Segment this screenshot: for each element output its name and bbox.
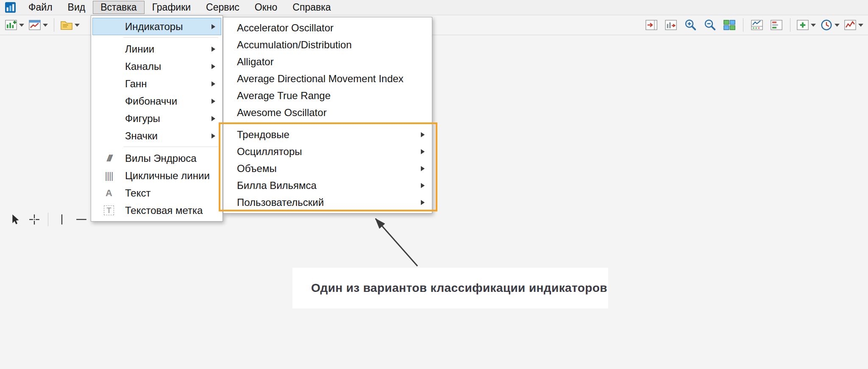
new-order-button[interactable] xyxy=(794,17,818,33)
new-chart-icon xyxy=(5,19,17,31)
submenu-arrow-icon xyxy=(211,24,215,29)
menu-item-label: Текстовая метка xyxy=(125,205,203,216)
insert-menu-item-gann[interactable]: Ганн xyxy=(92,75,221,92)
horizontal-line-icon xyxy=(75,213,88,226)
timeframes-button[interactable] xyxy=(818,17,842,33)
menu-item-label: Ганн xyxy=(125,78,147,90)
submenu-item-awesome-oscillator[interactable]: Awesome Oscillator xyxy=(225,104,431,121)
menu-item-label: Accumulation/Distribution xyxy=(237,39,352,51)
insert-menu-item-fibonacci[interactable]: Фибоначчи xyxy=(92,92,221,110)
insert-menu-item-text-label[interactable]: TТекстовая метка xyxy=(92,202,221,219)
insert-menu-item-text[interactable]: AТекст xyxy=(92,184,221,202)
text-icon: A xyxy=(99,188,119,199)
indicators-button[interactable] xyxy=(842,17,865,33)
app-logo-icon xyxy=(5,2,16,13)
menu-item-label: Линии xyxy=(125,43,154,55)
menu-item-label: Каналы xyxy=(125,61,161,72)
depth-of-market-button[interactable] xyxy=(767,17,786,33)
vertical-line-icon xyxy=(56,213,68,226)
menu-item-label: Фибоначчи xyxy=(125,95,177,107)
annotation-text: Один из вариантов классификации индикато… xyxy=(311,281,607,295)
strategy-tester-button[interactable] xyxy=(747,17,767,33)
menu-item-label: Текст xyxy=(125,187,150,199)
menu-separator xyxy=(123,147,218,147)
menu-item-label: Average Directional Movement Index xyxy=(237,73,403,85)
menu-item-label: Alligator xyxy=(237,56,274,68)
submenu-item-accumulation-distribution[interactable]: Accumulation/Distribution xyxy=(225,36,431,53)
menu-item-label: Индикаторы xyxy=(125,21,183,33)
templates-button[interactable] xyxy=(58,17,82,33)
templates-icon xyxy=(60,19,73,31)
dropdown-caret-icon[interactable] xyxy=(858,24,863,27)
zoom-in-button[interactable] xyxy=(681,17,700,33)
menu-help[interactable]: Справка xyxy=(285,1,338,14)
submenu-item-accelerator-oscillator[interactable]: Accelerator Oscillator xyxy=(225,19,431,36)
menu-item-label: Average True Range xyxy=(237,90,331,102)
menu-item-label: Awesome Oscillator xyxy=(237,107,327,119)
menu-separator xyxy=(123,37,218,38)
toolbar-separator xyxy=(54,18,54,32)
cursor-icon xyxy=(8,213,21,226)
menu-file[interactable]: Файл xyxy=(21,1,60,14)
auto-scroll-icon xyxy=(665,19,677,31)
submenu-item-average-true-range[interactable]: Average True Range xyxy=(225,87,431,104)
menu-item-label: Цикличные линии xyxy=(125,170,210,182)
insert-menu-item-andrews-pitchfork[interactable]: ///Вилы Эндрюса xyxy=(92,150,221,167)
horizontal-line-button[interactable] xyxy=(72,211,91,228)
dropdown-caret-icon[interactable] xyxy=(43,24,48,27)
submenu-item-average-directional-movement-index[interactable]: Average Directional Movement Index xyxy=(225,70,431,87)
crosshair-icon xyxy=(28,213,41,226)
submenu-arrow-icon xyxy=(211,116,215,121)
submenu-arrow-icon xyxy=(211,81,215,86)
andrews-pitchfork-icon: /// xyxy=(99,153,119,164)
toolbar-right-group xyxy=(642,15,865,35)
depth-of-market-icon xyxy=(770,19,783,31)
insert-menu-item-shapes[interactable]: Фигуры xyxy=(92,110,221,127)
timeframes-icon xyxy=(820,19,833,31)
insert-menu-item-arrows[interactable]: Значки xyxy=(92,127,221,144)
tile-windows-button[interactable] xyxy=(720,17,739,33)
menu-item-label: Фигуры xyxy=(125,113,160,125)
submenu-arrow-icon xyxy=(211,133,215,139)
toolbar-separator xyxy=(48,213,48,226)
dropdown-caret-icon[interactable] xyxy=(835,24,840,27)
annotation-box: Один из вариантов классификации индикато… xyxy=(292,268,608,308)
menu-item-label: Значки xyxy=(125,130,158,142)
dropdown-caret-icon[interactable] xyxy=(19,24,24,27)
insert-menu-item-lines[interactable]: Линии xyxy=(92,40,221,58)
new-chart-button[interactable] xyxy=(3,17,26,33)
dropdown-caret-icon[interactable] xyxy=(75,24,80,27)
dropdown-caret-icon[interactable] xyxy=(811,24,816,27)
cycle-lines-icon: |||| xyxy=(99,170,119,181)
cursor-button[interactable] xyxy=(5,211,25,228)
insert-menu-item-channels[interactable]: Каналы xyxy=(92,58,221,75)
menu-charts[interactable]: Графики xyxy=(145,1,198,14)
chart-shift-icon xyxy=(645,19,658,31)
profiles-icon xyxy=(28,19,41,31)
profiles-button[interactable] xyxy=(26,17,50,33)
zoom-out-button[interactable] xyxy=(700,17,720,33)
toolbar-left-group xyxy=(3,15,82,35)
submenu-item-alligator[interactable]: Alligator xyxy=(225,53,431,70)
insert-menu-item-indicators[interactable]: Индикаторы xyxy=(92,18,221,35)
insert-menu-item-cycle-lines[interactable]: ||||Цикличные линии xyxy=(92,167,221,184)
annotation-highlight-box xyxy=(219,122,437,211)
menu-item-label: Accelerator Oscillator xyxy=(237,22,334,34)
text-label-glyph: T xyxy=(104,205,114,215)
vertical-line-button[interactable] xyxy=(52,211,72,228)
menu-service[interactable]: Сервис xyxy=(198,1,247,14)
auto-scroll-button[interactable] xyxy=(661,17,681,33)
strategy-tester-icon xyxy=(751,19,763,31)
toolbar-separator xyxy=(743,18,743,32)
metatrader-window: ФайлВидВставкаГрафикиСервисОкноСправка О… xyxy=(0,0,868,369)
menu-window[interactable]: Окно xyxy=(247,1,285,14)
menu-insert[interactable]: Вставка xyxy=(93,1,145,14)
crosshair-button[interactable] xyxy=(25,211,44,228)
menubar: ФайлВидВставкаГрафикиСервисОкноСправка xyxy=(0,0,868,15)
chart-shift-button[interactable] xyxy=(642,17,661,33)
tile-windows-icon xyxy=(723,19,736,31)
text-label-icon: T xyxy=(99,206,119,215)
menu-view[interactable]: Вид xyxy=(60,1,93,14)
zoom-in-icon xyxy=(684,19,697,31)
insert-menu: ИндикаторыЛинииКаналыГаннФибоначчиФигуры… xyxy=(91,15,223,222)
